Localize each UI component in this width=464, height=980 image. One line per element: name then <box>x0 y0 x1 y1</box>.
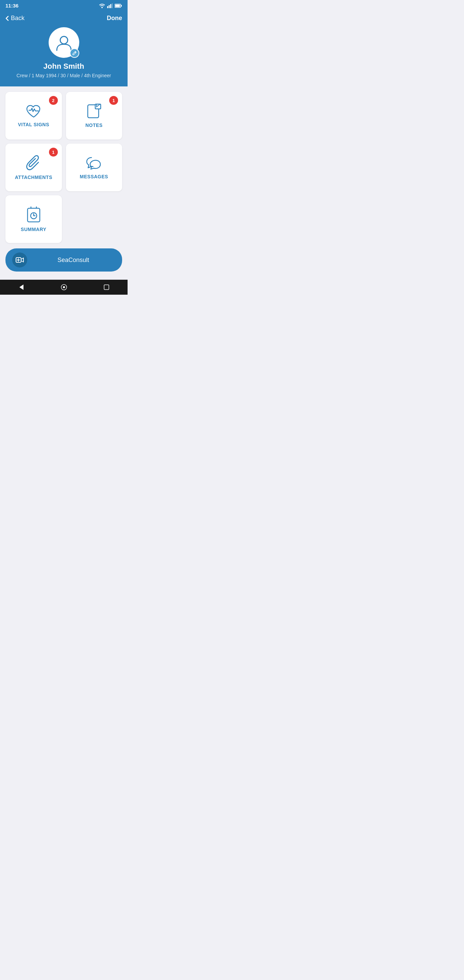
svg-point-20 <box>63 286 65 288</box>
svg-marker-18 <box>19 285 24 290</box>
video-camera-icon <box>16 256 24 263</box>
svg-rect-3 <box>110 4 111 8</box>
cards-grid: 2 VITAL SIGNS 1 NOTES 1 <box>0 86 127 248</box>
notes-label: NOTES <box>86 123 103 128</box>
vital-signs-card[interactable]: 2 VITAL SIGNS <box>5 92 62 140</box>
messages-label: MESSAGES <box>80 174 108 179</box>
back-button[interactable]: Back <box>5 14 24 22</box>
sea-consult-button[interactable]: SeaConsult <box>5 248 122 272</box>
status-time: 11:36 <box>5 3 18 8</box>
person-name: John Smith <box>43 62 84 71</box>
svg-rect-6 <box>121 5 122 6</box>
edit-icon <box>72 51 77 56</box>
attachments-label: ATTACHMENTS <box>15 175 52 180</box>
vital-signs-icon <box>25 104 42 118</box>
svg-point-8 <box>60 37 68 44</box>
svg-rect-4 <box>112 3 113 8</box>
back-nav-button[interactable] <box>18 284 25 291</box>
nav-bar <box>0 280 127 295</box>
home-nav-button[interactable] <box>60 284 67 291</box>
avatar-edit-button[interactable] <box>70 48 79 58</box>
vital-signs-badge: 2 <box>49 96 58 105</box>
battery-icon <box>114 4 122 8</box>
summary-card[interactable]: SUMMARY <box>5 195 62 243</box>
back-label: Back <box>11 14 24 22</box>
attachments-badge: 1 <box>49 148 58 156</box>
recents-nav-button[interactable] <box>103 284 110 291</box>
svg-rect-10 <box>95 104 101 109</box>
status-icons <box>99 3 122 8</box>
signal-icon <box>107 3 113 8</box>
profile-section: John Smith Crew / 1 May 1994 / 30 / Male… <box>0 22 127 86</box>
vital-signs-label: VITAL SIGNS <box>18 122 49 127</box>
summary-label: SUMMARY <box>21 227 46 232</box>
notes-icon <box>86 103 102 119</box>
attachments-icon <box>26 155 41 171</box>
attachments-card[interactable]: 1 ATTACHMENTS <box>5 143 62 191</box>
chevron-left-icon <box>5 16 9 21</box>
wifi-icon <box>99 3 105 8</box>
svg-rect-2 <box>109 5 110 8</box>
messages-icon <box>86 156 102 170</box>
notes-badge: 1 <box>109 96 118 105</box>
sea-consult-label: SeaConsult <box>31 256 115 264</box>
header: Back Done <box>0 11 127 22</box>
done-button[interactable]: Done <box>107 14 122 22</box>
svg-rect-7 <box>115 5 120 7</box>
summary-icon <box>26 206 41 223</box>
svg-rect-21 <box>104 285 109 290</box>
sea-consult-icon <box>12 253 27 267</box>
notes-card[interactable]: 1 NOTES <box>66 92 122 140</box>
svg-rect-1 <box>107 6 108 8</box>
person-info: Crew / 1 May 1994 / 30 / Male / 4th Engi… <box>17 73 111 78</box>
person-icon <box>55 33 73 52</box>
svg-point-0 <box>102 7 103 8</box>
avatar-container <box>49 27 79 58</box>
status-bar: 11:36 <box>0 0 127 11</box>
messages-card[interactable]: MESSAGES <box>66 143 122 191</box>
